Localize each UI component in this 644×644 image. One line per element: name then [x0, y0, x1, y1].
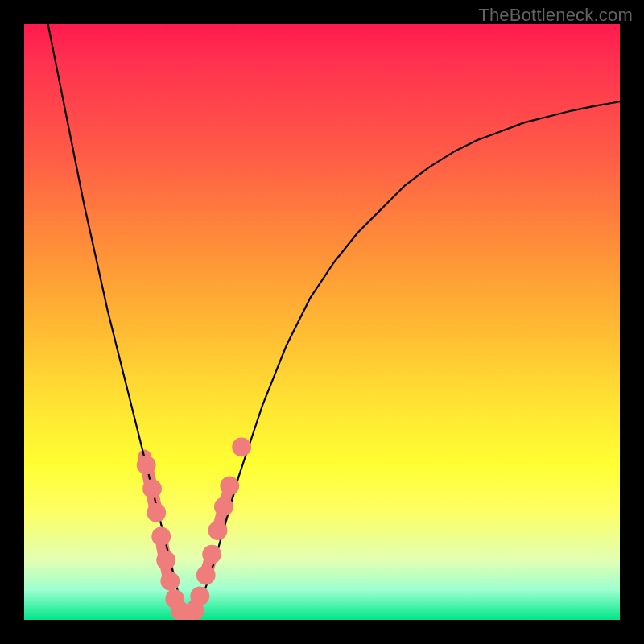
marker-dot: [190, 587, 209, 606]
marker-dot: [160, 572, 180, 591]
chart-svg: [24, 24, 620, 620]
marker-dot: [232, 438, 251, 457]
marker-dot: [156, 551, 175, 570]
marker-dot: [137, 456, 156, 475]
marker-dot: [147, 503, 166, 522]
chart-frame: [24, 24, 620, 620]
marker-dot: [208, 521, 228, 540]
marker-dots: [137, 438, 251, 620]
marker-dot: [220, 477, 239, 496]
watermark-text: TheBottleneck.com: [478, 5, 633, 26]
marker-dot: [142, 479, 162, 498]
bottleneck-curve: [48, 24, 620, 620]
marker-dot: [151, 527, 171, 547]
marker-dot: [202, 545, 221, 564]
marker-dot: [214, 497, 233, 517]
marker-dot: [196, 566, 216, 585]
